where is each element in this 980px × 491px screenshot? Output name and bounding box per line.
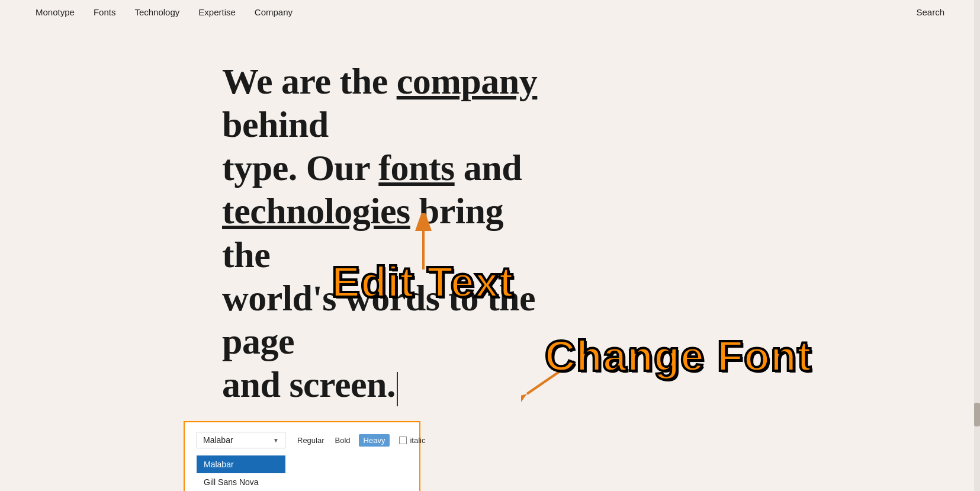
italic-checkbox[interactable] bbox=[399, 437, 407, 444]
nav-item-company[interactable]: Company bbox=[255, 7, 293, 17]
weight-heavy-button[interactable]: Heavy bbox=[359, 434, 390, 447]
hero-line-2: type. Our fonts and bbox=[222, 147, 522, 188]
nav-left: Monotype Fonts Technology Expertise Comp… bbox=[36, 7, 293, 17]
nav-item-fonts[interactable]: Fonts bbox=[94, 7, 116, 17]
hero-word-technologies: technologies bbox=[222, 191, 410, 231]
navigation: Monotype Fonts Technology Expertise Comp… bbox=[0, 0, 980, 24]
weight-bold-button[interactable]: Bold bbox=[333, 435, 353, 446]
hero-line-5: and screen. bbox=[222, 364, 398, 405]
font-option-gill-sans-nova[interactable]: Gill Sans Nova bbox=[197, 473, 285, 491]
nav-item-technology[interactable]: Technology bbox=[134, 7, 179, 17]
hero-word-company: company bbox=[397, 61, 538, 101]
italic-label: italic bbox=[410, 436, 425, 445]
nav-item-expertise[interactable]: Expertise bbox=[198, 7, 236, 17]
nav-item-monotype[interactable]: Monotype bbox=[36, 7, 75, 17]
change-font-annotation: Change Font bbox=[545, 332, 812, 380]
font-toolbar: Malabar ▼ Regular Bold Heavy italic Mala… bbox=[184, 421, 420, 491]
scrollbar-thumb[interactable] bbox=[974, 403, 980, 426]
font-selector-arrow-icon: ▼ bbox=[273, 437, 279, 444]
toolbar-controls: Malabar ▼ Regular Bold Heavy italic bbox=[197, 432, 407, 448]
hero-line-1: We are the company behind bbox=[222, 61, 537, 145]
font-selector[interactable]: Malabar ▼ bbox=[197, 432, 285, 448]
search-button[interactable]: Search bbox=[916, 7, 944, 17]
font-selector-value: Malabar bbox=[203, 435, 233, 445]
page-scrollbar[interactable] bbox=[974, 0, 980, 491]
hero-word-fonts: fonts bbox=[378, 147, 454, 188]
weight-options: Regular Bold Heavy bbox=[295, 434, 390, 447]
text-cursor bbox=[397, 372, 398, 406]
edit-text-annotation: Edit Text bbox=[332, 258, 514, 306]
hero-text[interactable]: We are the company behind type. Our font… bbox=[222, 60, 557, 406]
italic-option[interactable]: italic bbox=[399, 436, 425, 445]
font-dropdown-list: Malabar Gill Sans Nova bbox=[197, 455, 285, 491]
hero-content: We are the company behind type. Our font… bbox=[0, 24, 592, 406]
font-option-malabar[interactable]: Malabar bbox=[197, 455, 285, 473]
weight-regular-button[interactable]: Regular bbox=[295, 435, 327, 446]
